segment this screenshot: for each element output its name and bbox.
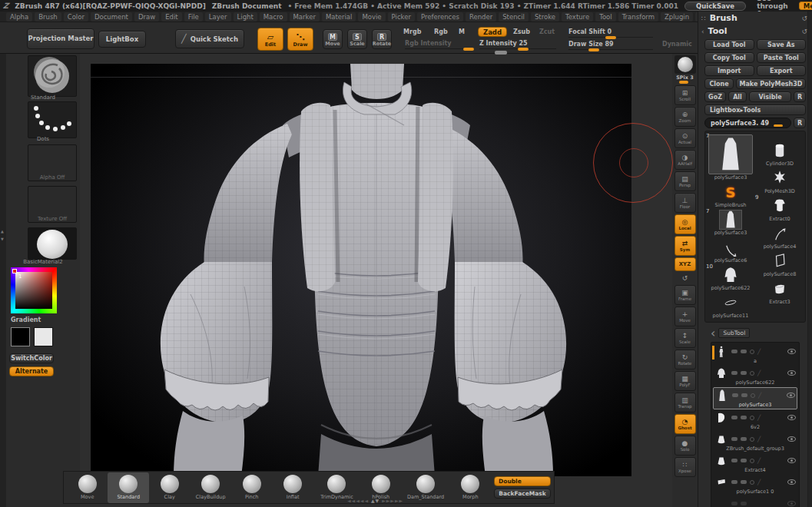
visibility-eye-icon[interactable] xyxy=(787,393,795,398)
subtool-row-extract4[interactable]: ╱ Extract4 xyxy=(713,453,797,474)
frame-button[interactable]: ▣Frame xyxy=(674,285,696,305)
menu-zplugin[interactable]: Zplugin xyxy=(661,12,693,22)
rgb-intensity-slider[interactable]: Rgb Intensity xyxy=(405,40,474,47)
scale-view-button[interactable]: ↕Scale xyxy=(674,328,696,348)
brush-pinch[interactable]: Pinch xyxy=(231,472,272,503)
goz-r-button[interactable]: R xyxy=(794,91,806,102)
subtool-row-polysurface3-selected[interactable]: ╱ polySurface3 xyxy=(713,387,797,409)
menu-layer[interactable]: Layer xyxy=(205,12,231,22)
sym-button[interactable]: ⇄Sym xyxy=(674,236,696,256)
spix-slider[interactable]: BPRSPix 3 xyxy=(676,75,694,81)
paint2-icon[interactable] xyxy=(741,459,747,462)
double-button[interactable]: Double xyxy=(494,476,551,486)
xpose-button[interactable]: ∷Xpose xyxy=(674,457,696,477)
menu-marker[interactable]: Marker xyxy=(290,12,320,22)
mask-icon[interactable]: ╱ xyxy=(757,349,761,355)
subtool-collapse-icon[interactable]: ‹ xyxy=(711,326,715,340)
goz-button[interactable]: GoZ xyxy=(704,91,726,102)
visibility-eye-icon[interactable] xyxy=(787,349,796,354)
subtool-row-6v2[interactable]: ╱ 6v2 xyxy=(713,410,797,431)
sculpt-toggle-icon[interactable] xyxy=(750,371,754,376)
tool-polysurface3-active[interactable]: 7 polySurface3 xyxy=(708,134,754,181)
draw-size-slider[interactable]: Draw Size 89 xyxy=(568,41,653,48)
mrgb-button[interactable]: Mrgb xyxy=(403,28,421,35)
color-picker[interactable]: 1 xyxy=(11,267,57,313)
subtool-header[interactable]: ‹ SubTool xyxy=(711,326,800,340)
zadd-button[interactable]: Zadd xyxy=(478,27,507,37)
tool-extract3[interactable]: Extract3 xyxy=(757,279,803,305)
tool-extract0[interactable]: 9 Extract0 xyxy=(757,196,803,222)
sculpt-toggle-icon[interactable] xyxy=(750,459,754,463)
draw-size-handle[interactable] xyxy=(588,48,599,51)
polyf-button[interactable]: ▦PolyF xyxy=(674,371,696,391)
menu-edit[interactable]: Edit xyxy=(161,12,181,22)
backfacemask-button[interactable]: BackFaceMask xyxy=(494,489,551,499)
brush-move[interactable]: Move xyxy=(67,472,108,503)
reset-view-button[interactable]: ↺ xyxy=(674,273,696,283)
visibility-eye-icon[interactable] xyxy=(787,479,796,485)
current-material-thumbnail[interactable] xyxy=(28,227,77,260)
shelf-divider-handle[interactable] xyxy=(495,51,507,55)
paint-icon[interactable] xyxy=(731,459,737,462)
projection-master-button[interactable]: Projection Master xyxy=(27,28,94,49)
mask-icon[interactable]: ╱ xyxy=(757,436,761,442)
menu-picker[interactable]: Picker xyxy=(388,12,415,22)
brush-standard[interactable]: Standard xyxy=(108,472,148,503)
paint2-icon[interactable] xyxy=(741,393,747,397)
menu-draw[interactable]: Draw xyxy=(134,12,159,22)
menu-color[interactable]: Color xyxy=(64,12,88,22)
persp-button[interactable]: ▤Persp xyxy=(674,171,696,191)
menu-texture[interactable]: Texture xyxy=(562,12,593,22)
sculpt-toggle-icon[interactable] xyxy=(750,480,754,485)
scale-mode-button[interactable]: S Scale xyxy=(347,29,367,49)
goz-visible-button[interactable]: Visible xyxy=(749,91,791,102)
quick-sketch-button[interactable]: ╱Quick Sketch xyxy=(175,29,244,48)
quicksave-button[interactable]: QuickSave xyxy=(684,2,746,11)
paint2-icon[interactable] xyxy=(741,371,747,375)
paint2-icon[interactable] xyxy=(741,437,747,441)
active-tool-slider[interactable]: polySurface3. 49 xyxy=(704,118,791,128)
xyz-button[interactable]: XYZ xyxy=(674,257,696,271)
menu-movie[interactable]: Movie xyxy=(358,12,385,22)
mask-icon[interactable]: ╱ xyxy=(757,370,761,376)
bpr-button[interactable] xyxy=(674,55,696,74)
paint2-icon[interactable] xyxy=(741,350,747,353)
alternate-button[interactable]: Alternate xyxy=(9,366,54,376)
menu-tool[interactable]: Tool xyxy=(595,12,616,22)
current-stroke-thumbnail[interactable] xyxy=(28,101,77,138)
z-intensity-slider[interactable]: Z Intensity 25 xyxy=(479,40,556,47)
tool-simplebrush[interactable]: S SimpleBrush xyxy=(708,182,754,208)
rgb-button[interactable]: Rgb xyxy=(434,28,448,35)
tray-down-icon[interactable]: ▼ xyxy=(1,237,4,241)
edit-mode-button[interactable]: ▱ Edit xyxy=(257,28,283,51)
spix-handle[interactable] xyxy=(679,81,688,84)
menu-transform[interactable]: Transform xyxy=(618,12,658,22)
menu-file[interactable]: File xyxy=(184,12,203,22)
draw-mode-button[interactable]: ⋱ Draw xyxy=(287,28,313,51)
zsub-button[interactable]: Zsub xyxy=(513,28,530,35)
tool-polysurface8[interactable]: polySurface8 xyxy=(757,251,803,277)
paint-icon[interactable] xyxy=(731,480,737,484)
aahalf-button[interactable]: ◑AAHalf xyxy=(674,150,696,170)
subtool-row-polysurface622[interactable]: ╱ polySurface622 xyxy=(713,366,797,386)
paint-icon[interactable] xyxy=(732,393,738,397)
shelf-pager[interactable]: ◄◄◄◄◄ ▲▼ ►►►►► xyxy=(347,498,403,503)
tool-polymesh3d[interactable]: PolyMesh3D xyxy=(757,168,803,194)
m-button[interactable]: M xyxy=(459,28,465,35)
brush-clay[interactable]: Clay xyxy=(149,472,190,503)
active-tool-handle[interactable] xyxy=(774,124,783,127)
save-as-button[interactable]: Save As xyxy=(757,39,807,50)
paint-icon[interactable] xyxy=(731,350,737,353)
menu-light[interactable]: Light xyxy=(234,12,257,22)
menu-macro[interactable]: Macro xyxy=(260,12,287,22)
mask-icon[interactable]: ╱ xyxy=(758,393,761,399)
menu-preferences[interactable]: Preferences xyxy=(417,12,463,22)
paint-icon[interactable] xyxy=(731,371,737,375)
transp-button[interactable]: ▥Transp xyxy=(674,393,696,413)
sculpt-toggle-icon[interactable] xyxy=(750,416,754,420)
sculpt-toggle-icon[interactable] xyxy=(750,437,754,442)
visibility-eye-icon[interactable] xyxy=(787,436,796,442)
gradient-label[interactable]: Gradient xyxy=(6,316,52,323)
tool-cylinder3d[interactable]: Cylinder3D xyxy=(757,134,803,167)
collapse-icon[interactable]: ‹ xyxy=(701,28,704,35)
